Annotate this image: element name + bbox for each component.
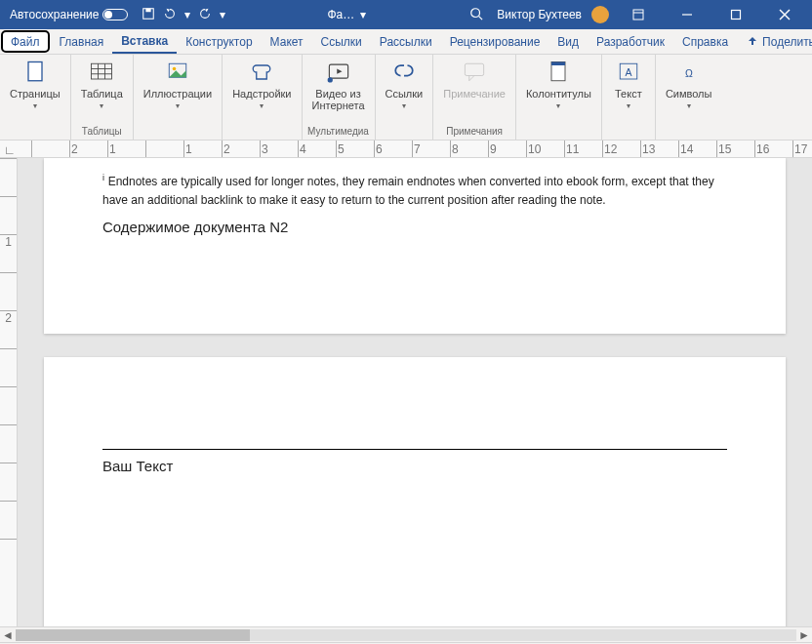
page: Ваш Текст bbox=[44, 357, 786, 626]
ribbon: Страницы▾ Таблица▾ Таблицы Иллюстрации▾ … bbox=[0, 55, 812, 141]
heading-text[interactable]: Содержимое документа N2 bbox=[102, 217, 727, 237]
tab-view[interactable]: Вид bbox=[548, 29, 588, 54]
scroll-thumb[interactable] bbox=[16, 629, 250, 641]
tab-file[interactable]: Файл bbox=[1, 30, 50, 53]
symbols-button[interactable]: ΩСимволы▾ bbox=[660, 57, 718, 112]
tab-help[interactable]: Справка bbox=[673, 29, 737, 54]
quick-access-toolbar: ▾ ▾ bbox=[134, 7, 233, 23]
svg-rect-1 bbox=[146, 8, 151, 12]
svg-point-18 bbox=[327, 77, 332, 82]
tab-layout[interactable]: Макет bbox=[262, 29, 312, 54]
ribbon-group-illustrations: Иллюстрации▾ bbox=[134, 55, 223, 140]
table-button[interactable]: Таблица▾ bbox=[75, 57, 129, 112]
chevron-down-icon: ▾ bbox=[687, 101, 691, 110]
ribbon-group-links: Ссылки▾ bbox=[376, 55, 434, 140]
ribbon-group-headerfooter: Колонтитулы▾ bbox=[516, 55, 602, 140]
ribbon-group-addins: Надстройки▾ bbox=[223, 55, 302, 140]
links-button[interactable]: Ссылки▾ bbox=[380, 57, 429, 112]
separator-line bbox=[102, 449, 727, 450]
tab-insert[interactable]: Вставка bbox=[112, 29, 177, 54]
chevron-down-icon: ▾ bbox=[260, 101, 264, 110]
svg-rect-9 bbox=[28, 62, 42, 81]
title-dropdown-icon[interactable]: ▾ bbox=[360, 8, 366, 21]
document-area[interactable]: i Endnotes are typically used for longer… bbox=[18, 158, 812, 626]
chevron-down-icon: ▾ bbox=[100, 101, 103, 110]
comment-button: Примечание bbox=[437, 57, 511, 101]
vertical-ruler[interactable]: 12 bbox=[0, 158, 18, 626]
minimize-icon[interactable] bbox=[668, 0, 707, 29]
chevron-down-icon: ▾ bbox=[627, 101, 630, 110]
tab-developer[interactable]: Разработчик bbox=[588, 29, 673, 54]
tab-references[interactable]: Ссылки bbox=[312, 29, 371, 54]
close-icon[interactable] bbox=[765, 0, 804, 29]
workspace: 12 i Endnotes are typically used for lon… bbox=[0, 158, 812, 626]
share-button[interactable]: Поделиться bbox=[737, 29, 812, 54]
horizontal-scrollbar[interactable]: ◄ ► bbox=[0, 626, 812, 642]
title-bar: Автосохранение ▾ ▾ Фа… ▾ Виктор Бухтеев bbox=[0, 0, 812, 29]
svg-text:Ω: Ω bbox=[685, 67, 693, 79]
scroll-right-icon[interactable]: ► bbox=[796, 628, 812, 642]
online-video-button[interactable]: Видео из Интернета bbox=[306, 57, 371, 113]
chevron-down-icon: ▾ bbox=[176, 101, 180, 110]
svg-point-16 bbox=[173, 67, 177, 71]
ribbon-group-symbols: ΩСимволы▾ bbox=[656, 55, 722, 140]
ribbon-options-icon[interactable] bbox=[619, 0, 658, 29]
chevron-down-icon: ▾ bbox=[402, 101, 406, 110]
autosave-toggle[interactable]: Автосохранение bbox=[4, 8, 134, 21]
tab-selector-icon[interactable]: ∟ bbox=[4, 143, 16, 157]
horizontal-ruler[interactable]: ∟ 21 12345678910111213141516171819 bbox=[0, 141, 812, 158]
ribbon-group-pages: Страницы▾ bbox=[0, 55, 71, 140]
tab-review[interactable]: Рецензирование bbox=[441, 29, 549, 54]
qat-customize-icon[interactable]: ▾ bbox=[220, 8, 225, 21]
header-footer-button[interactable]: Колонтитулы▾ bbox=[520, 57, 597, 112]
body-text[interactable]: Ваш Текст bbox=[102, 456, 727, 476]
chevron-down-icon: ▾ bbox=[556, 101, 560, 110]
search-icon[interactable] bbox=[460, 7, 493, 23]
ribbon-group-tables: Таблица▾ Таблицы bbox=[71, 55, 134, 140]
chevron-down-icon: ▾ bbox=[33, 101, 37, 110]
undo-icon[interactable] bbox=[163, 7, 177, 23]
svg-rect-10 bbox=[92, 63, 112, 79]
autosave-label: Автосохранение bbox=[10, 8, 99, 21]
ribbon-group-text: AТекст▾ bbox=[602, 55, 656, 140]
user-area: Виктор Бухтеев bbox=[493, 0, 808, 29]
toggle-icon bbox=[102, 9, 128, 20]
endnote-text[interactable]: i Endnotes are typically used for longer… bbox=[102, 172, 727, 209]
svg-marker-19 bbox=[337, 69, 342, 74]
illustrations-button[interactable]: Иллюстрации▾ bbox=[138, 57, 218, 112]
ribbon-group-media: Видео из Интернета Мультимедиа bbox=[303, 55, 376, 140]
svg-text:A: A bbox=[625, 66, 631, 78]
document-title: Фа… ▾ bbox=[233, 8, 460, 21]
svg-rect-22 bbox=[551, 62, 565, 66]
maximize-icon[interactable] bbox=[716, 0, 755, 29]
user-name[interactable]: Виктор Бухтеев bbox=[497, 8, 582, 21]
svg-rect-4 bbox=[633, 10, 643, 20]
text-button[interactable]: AТекст▾ bbox=[606, 57, 651, 112]
svg-rect-6 bbox=[732, 11, 741, 20]
page: i Endnotes are typically used for longer… bbox=[44, 158, 786, 334]
tab-home[interactable]: Главная bbox=[51, 29, 113, 54]
svg-line-3 bbox=[479, 16, 483, 20]
svg-rect-20 bbox=[465, 63, 483, 75]
pages-button[interactable]: Страницы▾ bbox=[4, 57, 66, 112]
svg-point-2 bbox=[471, 8, 480, 17]
scroll-left-icon[interactable]: ◄ bbox=[0, 628, 16, 642]
tab-mailings[interactable]: Рассылки bbox=[371, 29, 441, 54]
save-icon[interactable] bbox=[142, 7, 155, 23]
ribbon-group-comments: Примечание Примечания bbox=[433, 55, 516, 140]
tab-design[interactable]: Конструктор bbox=[177, 29, 261, 54]
scroll-track[interactable] bbox=[16, 629, 796, 641]
addins-button[interactable]: Надстройки▾ bbox=[226, 57, 297, 112]
ribbon-tabs: Файл Главная Вставка Конструктор Макет С… bbox=[0, 29, 812, 55]
qat-dropdown-icon[interactable]: ▾ bbox=[184, 8, 190, 21]
redo-icon[interactable] bbox=[198, 7, 212, 23]
avatar[interactable] bbox=[591, 6, 609, 23]
